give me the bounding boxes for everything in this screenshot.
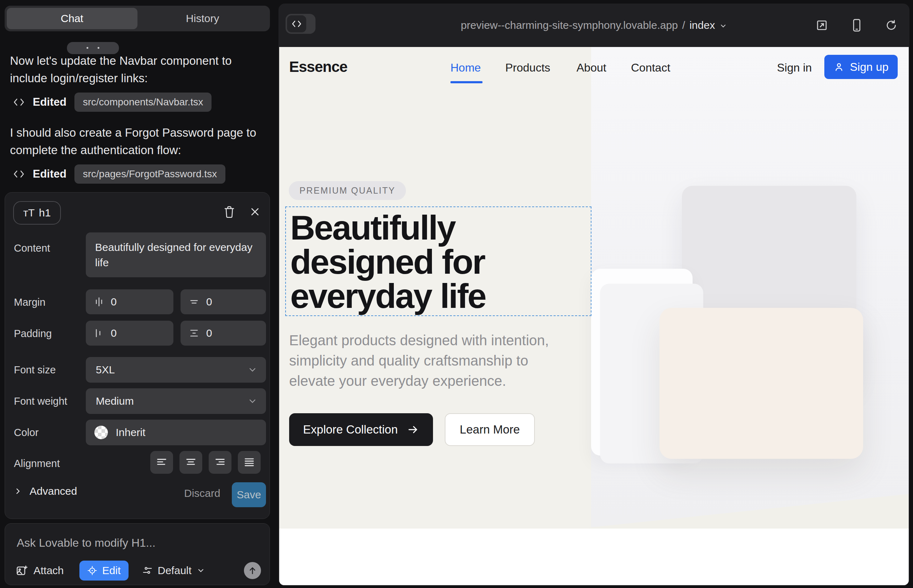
prompt-input[interactable]: Ask Lovable to modify H1... xyxy=(17,536,155,549)
padding-x-input[interactable]: 0 xyxy=(86,321,173,346)
next-section xyxy=(279,528,909,585)
padding-vertical-icon xyxy=(189,328,199,338)
file-badge[interactable]: src/components/Navbar.tsx xyxy=(74,92,212,112)
mode-select[interactable]: Default xyxy=(142,564,205,577)
site-logo[interactable]: Essence xyxy=(289,58,347,76)
target-icon xyxy=(87,565,97,575)
margin-horizontal-icon xyxy=(94,297,104,307)
color-swatch xyxy=(94,426,108,439)
attach-image-icon xyxy=(16,564,28,577)
site-viewport: Essence Home Products About Contact Sign… xyxy=(279,47,909,585)
url-separator: / xyxy=(682,19,685,31)
hero-heading[interactable]: Beautifully designed for everyday life xyxy=(290,211,486,313)
sign-in-link[interactable]: Sign in xyxy=(777,61,812,74)
arrow-right-icon xyxy=(407,423,419,436)
user-icon xyxy=(834,61,844,72)
code-icon xyxy=(287,15,306,32)
code-icon xyxy=(13,97,25,108)
chat-history-tabs: Chat History xyxy=(5,6,270,31)
url-page: index xyxy=(690,19,715,31)
learn-more-button[interactable]: Learn More xyxy=(445,413,535,446)
premium-quality-badge: PREMIUM QUALITY xyxy=(289,181,406,200)
sliders-icon xyxy=(142,565,153,576)
code-icon xyxy=(13,169,25,179)
send-button[interactable] xyxy=(244,562,261,579)
chevron-down-icon xyxy=(248,365,257,375)
font-weight-label: Font weight xyxy=(14,396,67,407)
nav-link-products[interactable]: Products xyxy=(505,61,550,74)
padding-horizontal-icon xyxy=(94,328,104,339)
nav-link-home[interactable]: Home xyxy=(450,61,481,74)
nav-link-about[interactable]: About xyxy=(576,61,606,74)
edited-file-row: Edited src/components/Navbar.tsx xyxy=(13,92,212,112)
align-right-button[interactable] xyxy=(209,451,231,474)
app-window: Chat History Now let's update the Navbar… xyxy=(0,0,913,588)
font-weight-select[interactable]: Medium xyxy=(86,388,266,414)
nav-link-contact[interactable]: Contact xyxy=(631,61,670,74)
delete-element-button[interactable] xyxy=(222,204,237,220)
tag-name: h1 xyxy=(39,207,50,219)
site-navbar: Essence Home Products About Contact Sign… xyxy=(279,47,909,100)
font-size-label: Font size xyxy=(14,364,56,376)
font-size-select[interactable]: 5XL xyxy=(86,357,266,383)
align-center-button[interactable] xyxy=(180,451,202,474)
content-label: Content xyxy=(14,242,50,254)
preview-browser: preview--charming-site-symphony.lovable.… xyxy=(278,3,910,586)
chevron-down-icon xyxy=(248,396,257,406)
mobile-view-button[interactable] xyxy=(851,18,863,32)
save-button[interactable]: Save xyxy=(232,482,266,507)
open-external-button[interactable] xyxy=(816,19,828,32)
url-bar[interactable]: preview--charming-site-symphony.lovable.… xyxy=(385,3,803,47)
margin-vertical-icon xyxy=(189,297,199,307)
margin-y-input[interactable]: 0 xyxy=(181,289,266,314)
active-nav-underline xyxy=(450,81,482,83)
attach-button[interactable]: Attach xyxy=(16,564,64,577)
close-panel-button[interactable] xyxy=(247,204,263,220)
edit-mode-button[interactable]: Edit xyxy=(79,561,129,580)
padding-label: Padding xyxy=(14,328,52,339)
chevron-down-icon xyxy=(197,566,205,575)
chevron-down-icon xyxy=(719,22,727,30)
align-left-button[interactable] xyxy=(150,451,173,474)
align-justify-button[interactable] xyxy=(238,451,261,474)
alignment-label: Alignment xyxy=(14,458,60,470)
content-input[interactable]: Beautifully designed for everyday life xyxy=(86,233,266,277)
type-icon: тT xyxy=(23,207,34,219)
code-view-toggle[interactable] xyxy=(286,14,316,34)
chat-message: I should also create a Forgot Password p… xyxy=(10,124,259,159)
sign-up-button[interactable]: Sign up xyxy=(824,55,898,79)
file-badge[interactable]: src/pages/ForgotPassword.tsx xyxy=(74,165,226,184)
color-label: Color xyxy=(14,427,39,438)
prompt-composer: Ask Lovable to modify H1... Attach Edit … xyxy=(5,523,270,585)
tab-history[interactable]: History xyxy=(138,8,268,29)
url-domain: preview--charming-site-symphony.lovable.… xyxy=(461,19,678,31)
color-select[interactable]: Inherit xyxy=(86,420,266,445)
padding-y-input[interactable]: 0 xyxy=(181,321,266,346)
browser-chrome: preview--charming-site-symphony.lovable.… xyxy=(278,3,910,47)
element-inspector-panel: тT h1 Content Beautifully designed for e… xyxy=(5,192,270,519)
chat-message: Now let's update the Navbar component to… xyxy=(10,52,259,87)
advanced-toggle[interactable]: Advanced xyxy=(14,485,77,497)
edited-label: Edited xyxy=(33,96,66,108)
margin-x-input[interactable]: 0 xyxy=(86,289,173,314)
refresh-button[interactable] xyxy=(885,19,897,31)
decorative-card-cream xyxy=(659,308,863,459)
explore-collection-button[interactable]: Explore Collection xyxy=(289,413,433,446)
margin-label: Margin xyxy=(14,297,45,308)
discard-button[interactable]: Discard xyxy=(184,487,220,499)
selected-element-tag: тT h1 xyxy=(13,201,61,225)
edited-file-row: Edited src/pages/ForgotPassword.tsx xyxy=(13,165,225,184)
edited-label: Edited xyxy=(33,168,66,181)
tab-chat[interactable]: Chat xyxy=(7,8,138,29)
hero-paragraph: Elegant products designed with intention… xyxy=(289,330,578,391)
